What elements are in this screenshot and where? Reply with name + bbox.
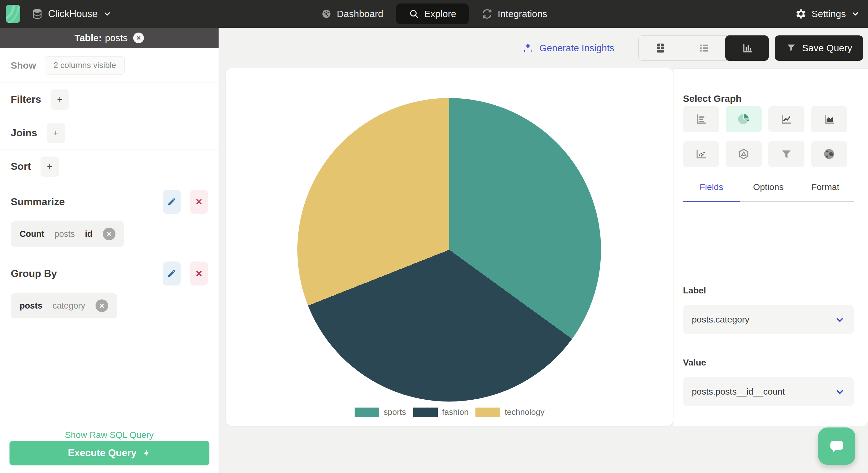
chip-table: posts — [54, 229, 75, 239]
legend-swatch — [475, 408, 500, 417]
graph-type-funnel-button[interactable] — [768, 141, 804, 167]
value-heading: Value — [683, 357, 706, 368]
show-label: Show — [11, 60, 36, 71]
table-view-icon — [654, 42, 666, 54]
legend-item[interactable]: technology — [475, 407, 545, 417]
chevron-down-icon — [103, 9, 112, 18]
remove-table-button[interactable] — [133, 33, 144, 43]
settings-menu[interactable]: Settings — [795, 0, 860, 28]
database-selector[interactable]: ClickHouse — [32, 8, 112, 20]
chip-table: posts — [20, 301, 42, 311]
add-filter-button[interactable]: + — [51, 90, 69, 110]
list-view-icon — [698, 42, 710, 54]
x-icon — [195, 270, 203, 278]
legend-item[interactable]: sports — [354, 407, 406, 417]
nav-item-label: Explore — [424, 8, 457, 19]
search-icon — [409, 8, 420, 19]
chat-bubble-icon — [828, 437, 845, 455]
summarize-section: Summarize Count posts id — [0, 183, 219, 255]
chart-card: sportsfashiontechnology — [226, 68, 673, 426]
remove-chip-button[interactable] — [96, 299, 108, 312]
label-select[interactable]: posts.category — [683, 305, 854, 334]
show-raw-sql-link[interactable]: Show Raw SQL Query — [0, 430, 219, 440]
value-select[interactable]: posts.posts__id__count — [683, 377, 854, 406]
select-graph-title: Select Graph — [683, 93, 741, 104]
tab-fields[interactable]: Fields — [683, 180, 740, 194]
group-by-label: Group By — [11, 268, 57, 280]
legend-label: technology — [504, 407, 545, 417]
graph-type-grid — [683, 106, 859, 167]
table-name: posts — [105, 33, 128, 43]
globe-icon — [823, 147, 836, 161]
line-chart-icon — [780, 113, 793, 126]
graph-panel-tabs: Fields Options Format — [683, 180, 854, 194]
graph-settings-panel: Select Graph — [673, 68, 868, 426]
top-navbar: ClickHouse Dashboard — [0, 0, 868, 28]
chevron-down-icon — [835, 387, 845, 397]
nav-item-dashboard[interactable]: Dashboard — [321, 8, 383, 20]
add-sort-button[interactable]: + — [40, 157, 59, 177]
legend-swatch — [413, 408, 438, 417]
list-view-button[interactable] — [682, 36, 726, 60]
view-toggle-group — [638, 35, 769, 61]
columns-visible-chip[interactable]: 2 columns visible — [45, 56, 125, 74]
lightning-bolt-icon — [142, 449, 151, 458]
legend-label: sports — [384, 407, 406, 417]
radar-chart-icon — [737, 147, 750, 161]
pencil-icon — [167, 197, 177, 207]
remove-group-by-button[interactable] — [190, 261, 208, 285]
pie-chart-icon — [737, 113, 750, 126]
area-chart-icon — [823, 113, 836, 126]
graph-type-pie-button[interactable] — [726, 106, 762, 132]
edit-group-by-button[interactable] — [163, 261, 181, 285]
chart-view-button[interactable] — [725, 35, 769, 61]
graph-type-radar-button[interactable] — [726, 141, 762, 167]
edit-summarize-button[interactable] — [163, 190, 181, 214]
joins-label: Joins — [11, 127, 37, 139]
panel-divider — [683, 271, 854, 271]
execute-query-button[interactable]: Execute Query — [9, 441, 209, 465]
database-icon — [32, 8, 43, 20]
gear-icon — [795, 8, 807, 20]
brand-name: ClickHouse — [48, 8, 98, 20]
tab-format[interactable]: Format — [797, 180, 854, 194]
filters-label: Filters — [11, 94, 41, 105]
chevron-down-icon — [851, 9, 860, 18]
nav-item-label: Integrations — [498, 8, 547, 19]
sort-label: Sort — [11, 161, 31, 172]
legend-item[interactable]: fashion — [413, 407, 469, 417]
graph-type-geo-button[interactable] — [811, 141, 847, 167]
value-select-value: posts.posts__id__count — [692, 387, 785, 397]
graph-type-line-button[interactable] — [768, 106, 804, 132]
query-builder-sidebar: Table: posts Show 2 columns visible Filt… — [0, 28, 219, 473]
legend-swatch — [354, 408, 379, 417]
x-icon — [195, 198, 203, 206]
remove-chip-button[interactable] — [103, 228, 116, 240]
chat-widget-button[interactable] — [818, 428, 855, 465]
legend-label: fashion — [442, 407, 469, 417]
generate-insights-button[interactable]: Generate Insights — [522, 28, 614, 68]
funnel-chart-icon — [780, 147, 793, 161]
graph-type-scatter-button[interactable] — [683, 141, 719, 167]
add-join-button[interactable]: + — [47, 123, 65, 143]
nav-item-integrations[interactable]: Integrations — [482, 8, 547, 20]
app-logo — [6, 5, 20, 23]
sort-section: Sort + — [0, 150, 219, 183]
execute-query-label: Execute Query — [68, 447, 136, 459]
group-by-section: Group By posts category — [0, 255, 219, 327]
bar-chart-icon — [741, 42, 753, 54]
label-select-value: posts.category — [692, 315, 749, 325]
summarize-chip[interactable]: Count posts id — [11, 221, 124, 247]
save-query-button[interactable]: Save Query — [775, 35, 863, 61]
pencil-icon — [167, 269, 177, 278]
chip-field: category — [53, 301, 85, 311]
graph-type-area-button[interactable] — [811, 106, 847, 132]
graph-type-bar-button[interactable] — [683, 106, 719, 132]
tab-options[interactable]: Options — [740, 180, 797, 194]
scatter-plot-icon — [694, 147, 708, 161]
nav-item-explore[interactable]: Explore — [396, 3, 469, 24]
group-by-chip[interactable]: posts category — [11, 293, 117, 318]
remove-summarize-button[interactable] — [190, 190, 208, 214]
pie-chart[interactable] — [297, 98, 601, 402]
table-view-button[interactable] — [639, 36, 682, 60]
